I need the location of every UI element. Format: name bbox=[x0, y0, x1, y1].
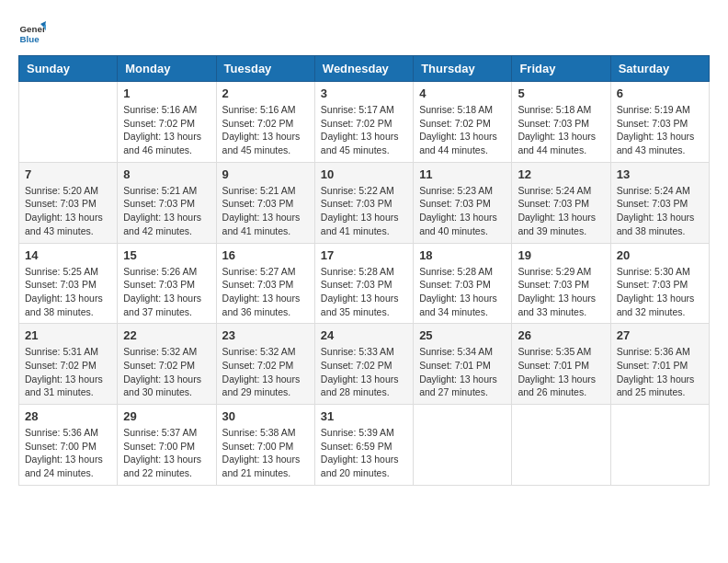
calendar-cell: 28Sunrise: 5:36 AM Sunset: 7:00 PM Dayli… bbox=[19, 405, 118, 486]
day-info: Sunrise: 5:19 AM Sunset: 7:03 PM Dayligh… bbox=[617, 103, 703, 157]
calendar-cell: 13Sunrise: 5:24 AM Sunset: 7:03 PM Dayli… bbox=[610, 162, 709, 243]
day-number: 18 bbox=[419, 248, 506, 262]
weekday-header: Sunday bbox=[19, 56, 118, 82]
day-info: Sunrise: 5:25 AM Sunset: 7:03 PM Dayligh… bbox=[25, 265, 111, 319]
day-number: 21 bbox=[25, 328, 111, 342]
day-number: 13 bbox=[617, 167, 703, 181]
calendar-cell: 15Sunrise: 5:26 AM Sunset: 7:03 PM Dayli… bbox=[118, 243, 216, 324]
day-info: Sunrise: 5:18 AM Sunset: 7:03 PM Dayligh… bbox=[518, 103, 604, 157]
day-info: Sunrise: 5:24 AM Sunset: 7:03 PM Dayligh… bbox=[518, 184, 604, 238]
day-number: 14 bbox=[25, 248, 111, 262]
weekday-header: Monday bbox=[118, 56, 216, 82]
day-info: Sunrise: 5:28 AM Sunset: 7:03 PM Dayligh… bbox=[419, 265, 506, 319]
day-info: Sunrise: 5:33 AM Sunset: 7:02 PM Dayligh… bbox=[321, 345, 407, 399]
day-info: Sunrise: 5:34 AM Sunset: 7:01 PM Dayligh… bbox=[419, 345, 506, 399]
day-info: Sunrise: 5:16 AM Sunset: 7:02 PM Dayligh… bbox=[123, 103, 210, 157]
day-info: Sunrise: 5:18 AM Sunset: 7:02 PM Dayligh… bbox=[419, 103, 506, 157]
weekday-header: Wednesday bbox=[314, 56, 413, 82]
calendar-week-row: 28Sunrise: 5:36 AM Sunset: 7:00 PM Dayli… bbox=[19, 405, 710, 486]
calendar-week-row: 21Sunrise: 5:31 AM Sunset: 7:02 PM Dayli… bbox=[19, 324, 710, 405]
day-number: 3 bbox=[321, 86, 407, 100]
day-number: 17 bbox=[321, 248, 407, 262]
day-number: 16 bbox=[222, 248, 309, 262]
day-number: 23 bbox=[222, 328, 309, 342]
calendar-cell: 27Sunrise: 5:36 AM Sunset: 7:01 PM Dayli… bbox=[610, 324, 709, 405]
day-info: Sunrise: 5:16 AM Sunset: 7:02 PM Dayligh… bbox=[222, 103, 309, 157]
calendar-cell bbox=[512, 405, 610, 486]
calendar-cell: 17Sunrise: 5:28 AM Sunset: 7:03 PM Dayli… bbox=[314, 243, 413, 324]
day-info: Sunrise: 5:28 AM Sunset: 7:03 PM Dayligh… bbox=[321, 265, 407, 319]
day-info: Sunrise: 5:29 AM Sunset: 7:03 PM Dayligh… bbox=[518, 265, 604, 319]
svg-text:Blue: Blue bbox=[20, 34, 40, 44]
weekday-header: Saturday bbox=[610, 56, 709, 82]
day-number: 5 bbox=[518, 86, 604, 100]
day-info: Sunrise: 5:35 AM Sunset: 7:01 PM Dayligh… bbox=[518, 345, 604, 399]
day-info: Sunrise: 5:26 AM Sunset: 7:03 PM Dayligh… bbox=[123, 265, 210, 319]
calendar-cell: 22Sunrise: 5:32 AM Sunset: 7:02 PM Dayli… bbox=[118, 324, 216, 405]
calendar-cell: 25Sunrise: 5:34 AM Sunset: 7:01 PM Dayli… bbox=[414, 324, 512, 405]
day-number: 15 bbox=[123, 248, 210, 262]
calendar-cell: 18Sunrise: 5:28 AM Sunset: 7:03 PM Dayli… bbox=[414, 243, 512, 324]
weekday-header: Thursday bbox=[414, 56, 512, 82]
day-number: 19 bbox=[518, 248, 604, 262]
day-number: 22 bbox=[123, 328, 210, 342]
day-number: 11 bbox=[419, 167, 506, 181]
calendar-cell: 24Sunrise: 5:33 AM Sunset: 7:02 PM Dayli… bbox=[314, 324, 413, 405]
day-number: 26 bbox=[518, 328, 604, 342]
day-info: Sunrise: 5:24 AM Sunset: 7:03 PM Dayligh… bbox=[617, 184, 703, 238]
day-info: Sunrise: 5:37 AM Sunset: 7:00 PM Dayligh… bbox=[123, 426, 210, 480]
logo-icon: General Blue bbox=[18, 18, 46, 46]
calendar-cell: 31Sunrise: 5:39 AM Sunset: 6:59 PM Dayli… bbox=[314, 405, 413, 486]
day-info: Sunrise: 5:22 AM Sunset: 7:03 PM Dayligh… bbox=[321, 184, 407, 238]
calendar-cell: 21Sunrise: 5:31 AM Sunset: 7:02 PM Dayli… bbox=[19, 324, 118, 405]
calendar-cell bbox=[414, 405, 512, 486]
calendar-cell: 19Sunrise: 5:29 AM Sunset: 7:03 PM Dayli… bbox=[512, 243, 610, 324]
day-number: 24 bbox=[321, 328, 407, 342]
day-number: 4 bbox=[419, 86, 506, 100]
day-info: Sunrise: 5:21 AM Sunset: 7:03 PM Dayligh… bbox=[123, 184, 210, 238]
day-info: Sunrise: 5:17 AM Sunset: 7:02 PM Dayligh… bbox=[321, 103, 407, 157]
day-info: Sunrise: 5:30 AM Sunset: 7:03 PM Dayligh… bbox=[617, 265, 703, 319]
weekday-header: Friday bbox=[512, 56, 610, 82]
calendar-cell: 8Sunrise: 5:21 AM Sunset: 7:03 PM Daylig… bbox=[118, 162, 216, 243]
calendar-cell bbox=[610, 405, 709, 486]
day-info: Sunrise: 5:27 AM Sunset: 7:03 PM Dayligh… bbox=[222, 265, 309, 319]
calendar-cell: 12Sunrise: 5:24 AM Sunset: 7:03 PM Dayli… bbox=[512, 162, 610, 243]
calendar-week-row: 14Sunrise: 5:25 AM Sunset: 7:03 PM Dayli… bbox=[19, 243, 710, 324]
day-info: Sunrise: 5:32 AM Sunset: 7:02 PM Dayligh… bbox=[222, 345, 309, 399]
day-number: 8 bbox=[123, 167, 210, 181]
logo: General Blue bbox=[18, 18, 46, 46]
calendar-cell: 6Sunrise: 5:19 AM Sunset: 7:03 PM Daylig… bbox=[610, 82, 709, 163]
calendar-cell: 23Sunrise: 5:32 AM Sunset: 7:02 PM Dayli… bbox=[216, 324, 314, 405]
day-number: 25 bbox=[419, 328, 506, 342]
calendar-cell bbox=[19, 82, 118, 163]
day-number: 12 bbox=[518, 167, 604, 181]
calendar-week-row: 7Sunrise: 5:20 AM Sunset: 7:03 PM Daylig… bbox=[19, 162, 710, 243]
day-info: Sunrise: 5:31 AM Sunset: 7:02 PM Dayligh… bbox=[25, 345, 111, 399]
page-header: General Blue bbox=[18, 18, 710, 46]
day-info: Sunrise: 5:36 AM Sunset: 7:00 PM Dayligh… bbox=[25, 426, 111, 480]
day-info: Sunrise: 5:23 AM Sunset: 7:03 PM Dayligh… bbox=[419, 184, 506, 238]
day-info: Sunrise: 5:32 AM Sunset: 7:02 PM Dayligh… bbox=[123, 345, 210, 399]
day-number: 1 bbox=[123, 86, 210, 100]
calendar-cell: 30Sunrise: 5:38 AM Sunset: 7:00 PM Dayli… bbox=[216, 405, 314, 486]
day-number: 20 bbox=[617, 248, 703, 262]
day-number: 28 bbox=[25, 409, 111, 423]
day-number: 2 bbox=[222, 86, 309, 100]
calendar-cell: 4Sunrise: 5:18 AM Sunset: 7:02 PM Daylig… bbox=[414, 82, 512, 163]
day-info: Sunrise: 5:38 AM Sunset: 7:00 PM Dayligh… bbox=[222, 426, 309, 480]
calendar-cell: 2Sunrise: 5:16 AM Sunset: 7:02 PM Daylig… bbox=[216, 82, 314, 163]
weekday-header: Tuesday bbox=[216, 56, 314, 82]
calendar-cell: 3Sunrise: 5:17 AM Sunset: 7:02 PM Daylig… bbox=[314, 82, 413, 163]
day-number: 9 bbox=[222, 167, 309, 181]
calendar-cell: 1Sunrise: 5:16 AM Sunset: 7:02 PM Daylig… bbox=[118, 82, 216, 163]
calendar-table: SundayMondayTuesdayWednesdayThursdayFrid… bbox=[18, 55, 710, 486]
calendar-cell: 7Sunrise: 5:20 AM Sunset: 7:03 PM Daylig… bbox=[19, 162, 118, 243]
day-info: Sunrise: 5:36 AM Sunset: 7:01 PM Dayligh… bbox=[617, 345, 703, 399]
calendar-cell: 20Sunrise: 5:30 AM Sunset: 7:03 PM Dayli… bbox=[610, 243, 709, 324]
calendar-cell: 9Sunrise: 5:21 AM Sunset: 7:03 PM Daylig… bbox=[216, 162, 314, 243]
day-number: 27 bbox=[617, 328, 703, 342]
day-number: 30 bbox=[222, 409, 309, 423]
day-info: Sunrise: 5:39 AM Sunset: 6:59 PM Dayligh… bbox=[321, 426, 407, 480]
day-info: Sunrise: 5:21 AM Sunset: 7:03 PM Dayligh… bbox=[222, 184, 309, 238]
